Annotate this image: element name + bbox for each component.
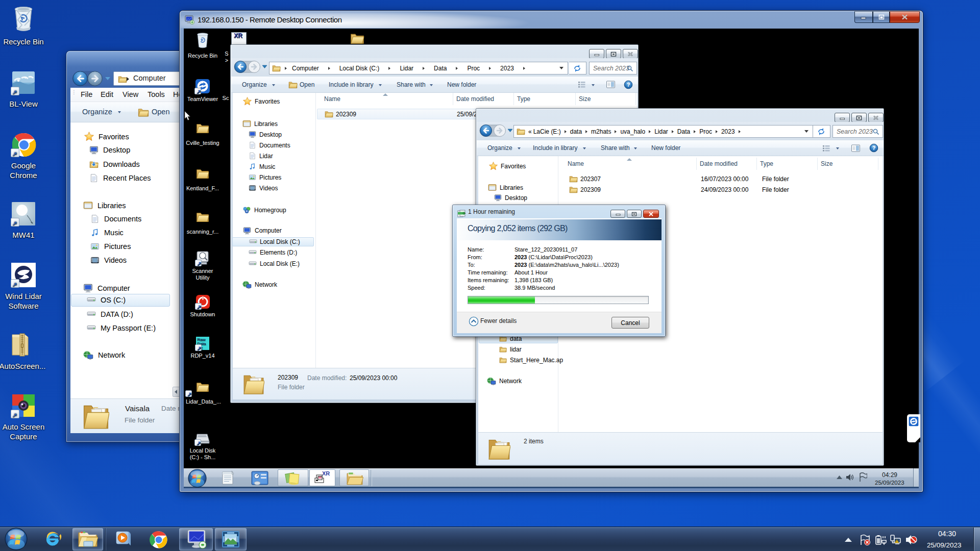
svg-text:?: ?: [872, 145, 876, 151]
svg-text:?: ?: [627, 82, 630, 88]
